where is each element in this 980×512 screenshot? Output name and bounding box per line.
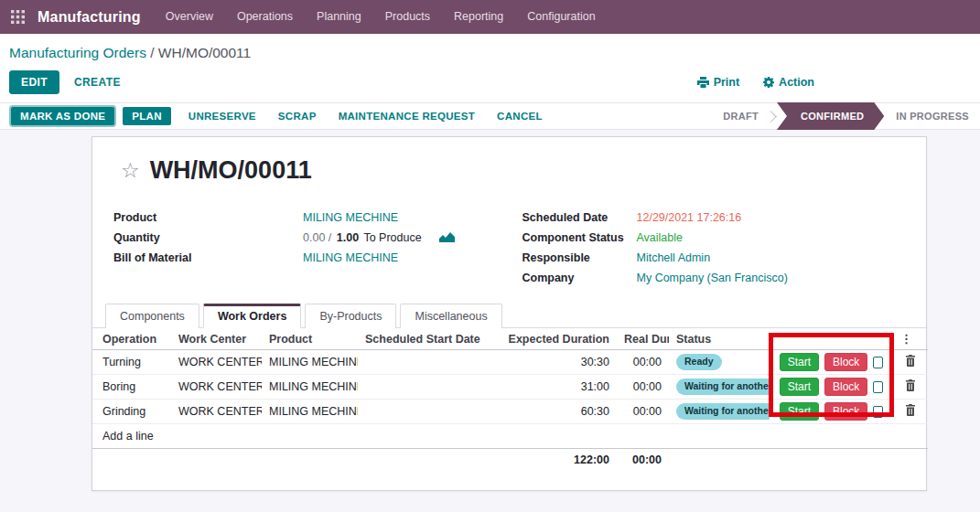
action-label: Action — [779, 76, 814, 89]
bill-of-material-link[interactable]: MILING MECHINE — [303, 248, 398, 268]
quantity-suffix: To Produce — [363, 231, 421, 244]
unreserve-button[interactable]: UNRESERVE — [188, 111, 256, 122]
field-label: Responsible — [522, 248, 637, 268]
mark-as-done-button[interactable]: MARK AS DONE — [11, 107, 114, 125]
block-button[interactable]: Block — [824, 402, 867, 421]
cancel-button[interactable]: CANCEL — [497, 111, 543, 122]
main-menu: Overview Operations Planning Products Re… — [154, 0, 608, 34]
tab-components[interactable]: Components — [105, 304, 199, 328]
status-badge: Waiting for another WO — [676, 379, 770, 394]
plan-button[interactable]: PLAN — [123, 107, 171, 125]
table-row[interactable]: Boring WORK CENTER 2 MILING MECHINE 31:0… — [92, 375, 928, 400]
field-company: Company My Company (San Francisco) — [522, 268, 927, 288]
cell-operation[interactable]: Boring — [92, 375, 171, 400]
print-menu-button[interactable]: Print — [697, 76, 739, 89]
apps-grid-icon[interactable] — [11, 10, 25, 24]
col-header-status[interactable]: Status — [669, 328, 770, 350]
row-actions: Start Block — [777, 353, 886, 371]
cell-product[interactable]: MILING MECHINE — [262, 375, 358, 400]
state-confirmed[interactable]: CONFIRMED — [777, 102, 884, 130]
field-group-right: Scheduled Date 12/29/2021 17:26:16 Compo… — [510, 208, 927, 288]
field-label: Quantity — [113, 228, 303, 248]
start-button[interactable]: Start — [780, 378, 819, 396]
cell-expected-duration[interactable]: 31:00 — [500, 375, 617, 400]
breadcrumb: Manufacturing Orders / WH/MO/00011 — [0, 34, 980, 64]
col-header-scheduled-start-date[interactable]: Scheduled Start Date — [358, 328, 500, 350]
start-button[interactable]: Start — [780, 402, 819, 421]
tab-by-products[interactable]: By-Products — [305, 304, 396, 328]
cell-operation[interactable]: Grinding — [92, 400, 171, 424]
cell-expected-duration[interactable]: 30:30 — [500, 350, 617, 375]
scrap-button[interactable]: SCRAP — [278, 111, 317, 122]
menu-item-reporting[interactable]: Reporting — [442, 0, 515, 34]
cell-real-duration[interactable]: 00:00 — [617, 350, 669, 375]
company-link[interactable]: My Company (San Francisco) — [637, 268, 788, 288]
col-header-work-center[interactable]: Work Center — [171, 328, 262, 350]
cell-expected-duration[interactable]: 60:30 — [500, 400, 617, 424]
trash-icon[interactable] — [905, 404, 916, 416]
trash-icon[interactable] — [905, 355, 916, 367]
favorite-star-icon[interactable]: ☆ — [121, 160, 140, 181]
printer-icon — [697, 77, 709, 88]
row-actions: Start Block — [777, 378, 886, 396]
field-quantity: Quantity 0.00 / 1.00 To Produce — [113, 228, 510, 248]
cell-work-center[interactable]: WORK CENTER 2 — [171, 375, 262, 400]
breadcrumb-separator: / — [150, 45, 154, 60]
optional-columns-icon[interactable]: ⋮ — [893, 328, 928, 350]
cell-real-duration[interactable]: 00:00 — [617, 400, 669, 424]
cell-real-duration[interactable]: 00:00 — [617, 375, 669, 400]
breadcrumb-parent-link[interactable]: Manufacturing Orders — [9, 45, 146, 60]
totals-row: 122:00 00:00 — [92, 449, 928, 472]
col-header-expected-duration[interactable]: Expected Duration — [500, 328, 617, 350]
add-a-line-link[interactable]: Add a line — [92, 424, 928, 449]
table-row[interactable]: Grinding WORK CENTER 3 MILING MECHINE 60… — [92, 400, 928, 424]
field-label: Component Status — [522, 228, 637, 248]
col-header-operation[interactable]: Operation — [92, 328, 171, 350]
cell-product[interactable]: MILING MECHINE — [262, 400, 358, 424]
edit-button[interactable]: EDIT — [9, 70, 59, 94]
col-header-actions — [770, 328, 893, 350]
field-groups: Product MILING MECHINE Quantity 0.00 / 1… — [92, 208, 926, 288]
tab-work-orders[interactable]: Work Orders — [203, 304, 302, 328]
col-header-real-duration[interactable]: Real Duration — [617, 328, 669, 350]
table-row[interactable]: Turning WORK CENTER 1 MILING MECHINE 30:… — [92, 350, 928, 375]
tab-miscellaneous[interactable]: Miscellaneous — [400, 304, 501, 328]
state-in-progress[interactable]: IN PROGRESS — [884, 103, 980, 129]
work-orders-table: Operation Work Center Product Scheduled … — [92, 328, 928, 471]
cell-scheduled-start-date[interactable] — [358, 400, 500, 424]
menu-item-operations[interactable]: Operations — [225, 0, 305, 34]
print-label: Print — [714, 76, 739, 89]
cell-operation[interactable]: Turning — [92, 350, 171, 375]
maintenance-request-button[interactable]: MAINTENANCE REQUEST — [339, 111, 475, 122]
tablet-icon[interactable] — [873, 357, 883, 368]
menu-item-overview[interactable]: Overview — [154, 0, 225, 34]
menu-item-configuration[interactable]: Configuration — [515, 0, 607, 34]
product-link[interactable]: MILING MECHINE — [303, 208, 398, 228]
cell-work-center[interactable]: WORK CENTER 3 — [171, 400, 262, 424]
menu-item-products[interactable]: Products — [373, 0, 442, 34]
field-label: Product — [113, 208, 303, 228]
state-draft[interactable]: DRAFT — [711, 103, 770, 129]
gear-icon — [763, 77, 774, 88]
app-name[interactable]: Manufacturing — [38, 9, 141, 26]
cell-scheduled-start-date[interactable] — [358, 350, 500, 375]
tablet-icon[interactable] — [873, 406, 883, 418]
col-header-product[interactable]: Product — [262, 328, 358, 350]
menu-item-planning[interactable]: Planning — [305, 0, 373, 34]
block-button[interactable]: Block — [824, 353, 867, 371]
forecast-chart-icon[interactable] — [439, 231, 455, 242]
total-real-duration: 00:00 — [617, 449, 669, 472]
cell-scheduled-start-date[interactable] — [358, 375, 500, 400]
trash-icon[interactable] — [905, 379, 916, 391]
page-title: WH/MO/00011 — [150, 156, 312, 185]
main-content: ☆ WH/MO/00011 Product MILING MECHINE Qua… — [0, 130, 980, 512]
cell-product[interactable]: MILING MECHINE — [262, 350, 358, 375]
field-product: Product MILING MECHINE — [113, 208, 510, 228]
start-button[interactable]: Start — [780, 353, 819, 371]
create-button[interactable]: CREATE — [74, 76, 121, 89]
action-menu-button[interactable]: Action — [763, 76, 814, 89]
cell-work-center[interactable]: WORK CENTER 1 — [171, 350, 262, 375]
tablet-icon[interactable] — [873, 381, 883, 393]
responsible-link[interactable]: Mitchell Admin — [637, 248, 711, 268]
block-button[interactable]: Block — [824, 378, 867, 396]
